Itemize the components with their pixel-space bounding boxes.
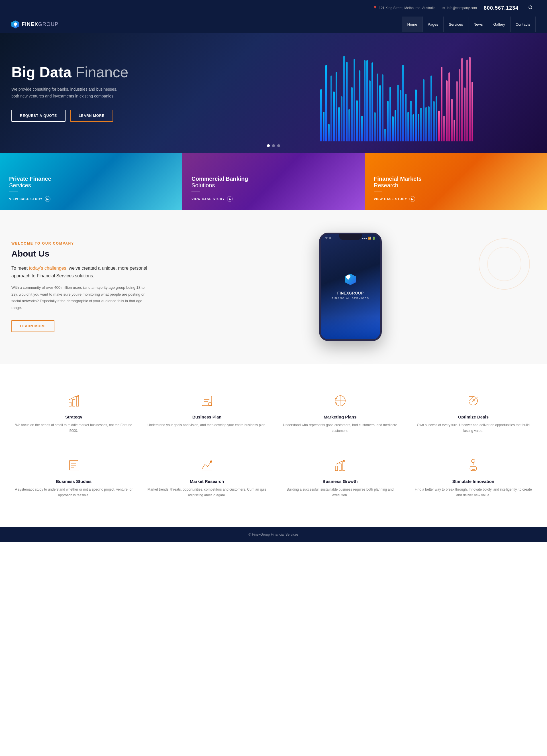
- nav-links: Home Pages Services News Gallery Contact…: [402, 17, 536, 32]
- viz-bar-41: [425, 107, 427, 141]
- service-card-5: Market Research Market trends, threats, …: [145, 451, 270, 504]
- viz-bar-29: [394, 110, 396, 141]
- viz-bar-35: [410, 101, 412, 141]
- viz-bar-33: [405, 94, 406, 141]
- viz-bar-18: [366, 60, 368, 141]
- service-desc-4: A systematic study to understand whether…: [14, 487, 133, 498]
- service-banner-3[interactable]: Financial Markets Research VIEW CASE STU…: [365, 153, 547, 210]
- viz-bar-28: [392, 116, 394, 141]
- hero-content: Big Data Finance We provide consulting f…: [11, 64, 128, 122]
- viz-bar-10: [346, 62, 347, 141]
- nav-home[interactable]: Home: [402, 17, 423, 32]
- svg-point-25: [471, 459, 475, 463]
- service-desc-6: Building a successful, sustainable busin…: [280, 487, 400, 498]
- viz-bar-8: [341, 96, 342, 141]
- service-name-5: Market Research: [148, 479, 267, 484]
- service-icon-2: [331, 392, 349, 409]
- banner-2-link[interactable]: VIEW CASE STUDY ▶: [192, 196, 355, 202]
- email-icon: ✉: [442, 6, 445, 10]
- nav-services[interactable]: Services: [444, 17, 468, 32]
- banner-1-arrow-icon: ▶: [45, 196, 50, 202]
- about-title: About Us: [11, 249, 148, 259]
- svg-line-1: [531, 8, 532, 9]
- hero-visualization: [246, 33, 547, 153]
- service-desc-0: We focus on the needs of small to middle…: [14, 422, 133, 434]
- viz-bar-54: [459, 69, 460, 141]
- viz-bar-17: [364, 60, 365, 141]
- learn-more-button[interactable]: LEARN MORE: [70, 110, 113, 122]
- hero-section: Big Data Finance We provide consulting f…: [0, 33, 547, 153]
- viz-bar-30: [397, 85, 399, 141]
- service-name-0: Strategy: [14, 414, 133, 419]
- viz-bar-23: [379, 85, 381, 141]
- service-name-4: Business Studies: [14, 479, 133, 484]
- top-bar: 📍 121 King Street, Melbourne, Australia …: [0, 0, 547, 16]
- service-icon-4: [65, 457, 82, 474]
- service-desc-5: Market trends, threats, opportunities, c…: [148, 487, 267, 498]
- viz-bar-4: [330, 76, 332, 141]
- navbar: FINEXGROUP Home Pages Services News Gall…: [0, 16, 547, 33]
- viz-bar-20: [371, 62, 373, 141]
- service-name-1: Business Plan: [148, 414, 267, 419]
- search-icon[interactable]: [525, 2, 536, 14]
- viz-bar-12: [351, 87, 353, 141]
- nav-pages[interactable]: Pages: [422, 17, 444, 32]
- logo[interactable]: FINEXGROUP: [11, 21, 58, 29]
- banner-2-title-line1: Commercial Banking: [192, 176, 355, 182]
- nav-news[interactable]: News: [468, 17, 488, 32]
- hero-title: Big Data Finance: [11, 64, 128, 80]
- viz-bar-2: [325, 65, 327, 141]
- viz-bar-31: [400, 90, 401, 141]
- banner-3-title-line1: Financial Markets: [374, 176, 538, 182]
- viz-bar-57: [466, 60, 468, 141]
- phone-status-bar: 9:30 ●●● 📶 🔋: [321, 237, 380, 240]
- viz-bar-24: [382, 74, 383, 141]
- banner-1-divider: [9, 192, 18, 192]
- banner-3-content: Financial Markets Research VIEW CASE STU…: [374, 176, 538, 202]
- svg-rect-4: [76, 397, 79, 406]
- banner-1-link[interactable]: VIEW CASE STUDY ▶: [9, 196, 173, 202]
- email-item: ✉ info@company.com: [442, 6, 477, 10]
- about-learn-more-button[interactable]: LEARN MORE: [11, 320, 54, 332]
- viz-bar-13: [353, 59, 355, 141]
- banner-2-arrow-icon: ▶: [227, 196, 233, 202]
- banner-1-title-line1: Private Finance: [9, 176, 173, 182]
- viz-bar-52: [453, 120, 455, 141]
- viz-bar-0: [320, 89, 322, 141]
- viz-bar-51: [451, 99, 453, 141]
- svg-rect-24: [343, 462, 345, 471]
- service-banner-2[interactable]: Commercial Banking Solutions VIEW CASE S…: [182, 153, 365, 210]
- viz-bar-19: [369, 80, 371, 141]
- viz-bar-16: [361, 116, 363, 141]
- service-banner-1[interactable]: Private Finance Services VIEW CASE STUDY…: [0, 153, 182, 210]
- email-text: info@company.com: [447, 6, 477, 10]
- address-text: 121 King Street, Melbourne, Australia: [379, 6, 436, 10]
- nav-gallery[interactable]: Gallery: [488, 17, 511, 32]
- request-quote-button[interactable]: REQUEST A QUOTE: [11, 110, 66, 122]
- banner-1-title-line2: Services: [9, 182, 173, 189]
- viz-bar-55: [461, 58, 463, 141]
- nav-contacts[interactable]: Contacts: [511, 17, 536, 32]
- services-section: Strategy We focus on the needs of small …: [0, 364, 547, 527]
- banner-3-arrow-icon: ▶: [409, 196, 415, 202]
- location-icon: 📍: [373, 6, 377, 10]
- viz-bar-9: [343, 56, 345, 141]
- viz-bar-25: [384, 129, 386, 141]
- viz-bar-14: [356, 100, 358, 141]
- service-card-6: Business Growth Building a successful, s…: [278, 451, 402, 504]
- svg-rect-22: [335, 466, 337, 471]
- viz-bar-45: [436, 96, 437, 141]
- viz-bar-44: [433, 101, 435, 141]
- phone-mockup-container: 9:30 ●●● 📶 🔋 FINEXGROUP FINANCIAL SERVIC…: [165, 233, 536, 341]
- viz-bar-7: [338, 107, 340, 141]
- viz-bar-50: [448, 72, 450, 141]
- banner-3-link[interactable]: VIEW CASE STUDY ▶: [374, 196, 538, 202]
- page-footer: © FinexGroup Financial Services: [0, 527, 547, 542]
- service-banners: Private Finance Services VIEW CASE STUDY…: [0, 153, 547, 210]
- service-icon-0: [65, 392, 82, 409]
- viz-bar-43: [430, 76, 432, 141]
- phone-time: 9:30: [325, 237, 331, 240]
- phone-screen: 9:30 ●●● 📶 🔋 FINEXGROUP FINANCIAL SERVIC…: [321, 234, 380, 339]
- banner-2-content: Commercial Banking Solutions VIEW CASE S…: [192, 176, 355, 202]
- viz-bar-11: [348, 109, 350, 141]
